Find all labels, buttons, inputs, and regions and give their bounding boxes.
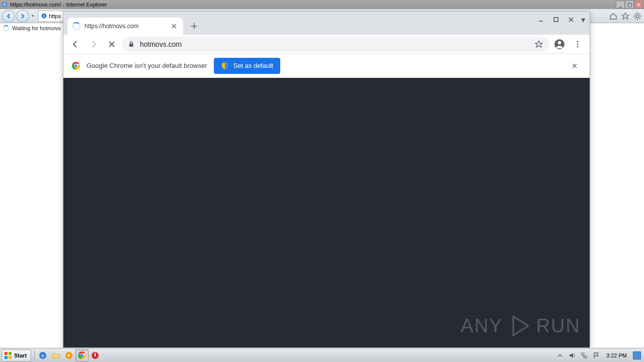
tray-clock[interactable]: 3:22 PM [604, 352, 629, 358]
watermark-text-left: ANY [461, 315, 503, 337]
ie-minimize-button[interactable]: _ [616, 1, 625, 9]
chrome-tab[interactable]: https://hotmovs.com [67, 18, 183, 35]
infobar-close-button[interactable] [568, 59, 582, 73]
chrome-forward-button[interactable] [86, 36, 102, 52]
ie-tools-icon[interactable] [633, 12, 642, 21]
svg-rect-16 [5, 356, 8, 359]
ie-forward-button[interactable] [16, 10, 29, 22]
chrome-new-tab-button[interactable] [187, 19, 201, 33]
chrome-maximize-button[interactable] [548, 15, 564, 25]
svg-point-8 [577, 41, 579, 42]
windows-logo-icon [4, 351, 12, 359]
bookmark-star-icon[interactable] [534, 40, 543, 49]
set-as-default-label: Set as default [233, 62, 273, 69]
ie-maximize-button[interactable]: ▢ [625, 1, 634, 9]
chrome-menu-button[interactable] [570, 36, 586, 52]
tray-volume-icon[interactable] [568, 351, 576, 359]
watermark-text-right: RUN [536, 315, 581, 337]
chrome-tab-title: https://hotmovs.com [85, 23, 170, 30]
svg-rect-5 [129, 44, 133, 47]
ie-title-bar: https://hotmovs.com/ - Internet Explorer… [0, 0, 644, 9]
taskbar-ie-icon[interactable]: e [36, 349, 49, 361]
system-tray: 3:22 PM [553, 351, 644, 359]
chrome-close-button[interactable] [564, 15, 579, 25]
ie-nav-dropdown[interactable]: ▾ [30, 14, 35, 18]
ie-status-text: Waiting for hotmovs [12, 25, 61, 31]
chrome-tab-loading-spinner-icon [72, 22, 80, 30]
ie-address-text: https [49, 13, 61, 19]
ie-window-title: https://hotmovs.com/ - Internet Explorer [10, 2, 616, 8]
taskbar-media-icon[interactable] [62, 349, 75, 361]
chrome-tab-close-button[interactable] [170, 22, 178, 30]
ie-close-button[interactable]: ✕ [634, 1, 643, 9]
chrome-window-controls: ▾ [533, 15, 587, 25]
ie-address-bar[interactable]: e https [38, 11, 63, 22]
chrome-tab-strip: https://hotmovs.com ▾ [63, 12, 590, 35]
svg-rect-25 [582, 353, 584, 355]
infobar-message: Google Chrome isn't your default browser [87, 62, 207, 69]
tray-expand-icon[interactable] [556, 351, 564, 359]
ie-page-icon: e [41, 13, 47, 20]
chrome-expand-dropdown[interactable]: ▾ [580, 15, 587, 25]
start-button[interactable]: Start [2, 349, 31, 361]
set-as-default-button[interactable]: Set as default [214, 58, 280, 74]
lock-icon [128, 41, 135, 48]
chrome-page-content: ANY RUN [63, 78, 590, 347]
ie-status-bar: Waiting for hotmovs [0, 23, 64, 33]
svg-point-7 [558, 41, 561, 44]
svg-rect-24 [95, 353, 96, 356]
svg-rect-15 [9, 352, 12, 355]
svg-text:e: e [41, 353, 44, 358]
svg-point-9 [577, 43, 579, 45]
tray-network-icon[interactable] [580, 351, 588, 359]
ie-app-icon [1, 1, 8, 8]
chrome-url-text: hotmovs.com [140, 40, 182, 48]
windows-taskbar: Start e 3:22 PM [0, 348, 644, 362]
ie-window-controls: _ ▢ ✕ [616, 1, 643, 9]
chrome-minimize-button[interactable] [533, 15, 548, 25]
svg-point-3 [636, 15, 639, 18]
ie-home-icon[interactable] [609, 12, 618, 21]
chrome-back-button[interactable] [67, 36, 84, 52]
ie-loading-spinner-icon [3, 25, 9, 31]
tray-flag-icon[interactable] [592, 351, 600, 359]
svg-text:e: e [43, 14, 45, 18]
svg-rect-26 [584, 356, 587, 358]
chrome-profile-button[interactable] [551, 36, 568, 52]
chrome-stop-button[interactable] [104, 36, 120, 52]
shield-icon [221, 62, 229, 70]
chrome-window: https://hotmovs.com ▾ [63, 11, 590, 348]
taskbar-shield-icon[interactable] [89, 349, 102, 361]
anyrun-watermark: ANY RUN [461, 313, 581, 338]
start-label: Start [14, 352, 27, 358]
taskbar-explorer-icon[interactable] [49, 349, 62, 361]
taskbar-separator [34, 350, 35, 361]
svg-point-22 [80, 354, 84, 357]
play-icon [507, 313, 532, 338]
chrome-toolbar: hotmovs.com [63, 35, 590, 54]
taskbar-chrome-icon[interactable] [75, 349, 89, 361]
chrome-address-bar[interactable]: hotmovs.com [122, 37, 549, 52]
svg-rect-4 [554, 18, 558, 22]
chrome-logo-icon [71, 61, 80, 70]
svg-rect-14 [5, 352, 8, 355]
tray-show-desktop[interactable] [633, 351, 641, 359]
svg-point-10 [577, 46, 579, 47]
svg-rect-17 [9, 356, 12, 359]
ie-favorites-icon[interactable] [621, 12, 630, 21]
chrome-default-browser-infobar: Google Chrome isn't your default browser… [63, 54, 590, 78]
ie-back-button[interactable] [2, 10, 15, 22]
